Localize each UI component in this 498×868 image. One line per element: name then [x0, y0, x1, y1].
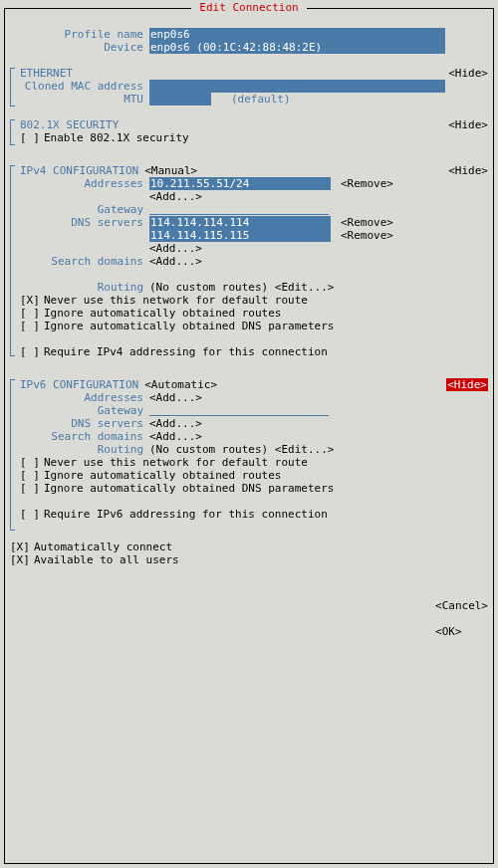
- ipv4-c3-label: Ignore automatically obtained DNS parame…: [44, 320, 334, 332]
- ipv6-gateway-label: Gateway: [10, 404, 149, 417]
- ipv4-addresses-label: Addresses: [10, 177, 149, 190]
- ipv6-routing-label: Routing: [10, 443, 149, 456]
- ipv6-hide-button[interactable]: <Hide>: [446, 378, 488, 391]
- ipv4-gateway-label: Gateway: [10, 203, 149, 216]
- ipv6-address-add-button[interactable]: <Add...>: [149, 391, 202, 404]
- ipv6-routing-edit-button[interactable]: <Edit...>: [275, 443, 335, 456]
- ipv6-dns-label: DNS servers: [10, 417, 149, 430]
- ipv4-search-add-button[interactable]: <Add...>: [149, 255, 202, 268]
- ipv6-c4-label: Require IPv6 addressing for this connect…: [44, 508, 328, 521]
- ipv4-routing-none: (No custom routes): [149, 281, 268, 294]
- profile-name-label: Profile name: [10, 28, 149, 41]
- ipv6-c2-checkbox[interactable]: [ ]: [20, 469, 44, 482]
- ipv6-dns-add-button[interactable]: <Add...>: [149, 417, 202, 430]
- ipv6-c1-checkbox[interactable]: [ ]: [20, 456, 44, 469]
- ipv4-gateway-input[interactable]: [149, 203, 329, 215]
- ipv6-gateway-input[interactable]: [149, 404, 329, 416]
- auto-connect-label: Automatically connect: [34, 541, 172, 553]
- cloned-mac-input[interactable]: [149, 80, 445, 93]
- ipv6-c1-label: Never use this network for default route: [44, 456, 308, 469]
- ethernet-hide-button[interactable]: <Hide>: [448, 67, 488, 80]
- ipv4-address-0-remove-button[interactable]: <Remove>: [341, 177, 393, 190]
- ipv4-c4-checkbox[interactable]: [ ]: [20, 345, 44, 358]
- ipv6-search-label: Search domains: [10, 430, 149, 443]
- 8021x-header: 802.1X SECURITY: [20, 118, 119, 131]
- 8021x-enable-checkbox[interactable]: [ ]: [20, 131, 44, 144]
- ipv6-c3-label: Ignore automatically obtained DNS parame…: [44, 482, 334, 495]
- ipv4-dns-add-button[interactable]: <Add...>: [149, 242, 202, 255]
- ipv6-c2-label: Ignore automatically obtained routes: [44, 469, 281, 482]
- ipv6-search-add-button[interactable]: <Add...>: [149, 430, 202, 443]
- ipv4-c1-checkbox[interactable]: [X]: [20, 294, 44, 307]
- 8021x-hide-button[interactable]: <Hide>: [448, 118, 488, 131]
- ipv4-dns-1-remove-button[interactable]: <Remove>: [341, 229, 393, 242]
- ipv6-mode-select[interactable]: <Automatic>: [144, 378, 217, 391]
- 8021x-enable-label: Enable 802.1X security: [44, 131, 189, 144]
- ipv4-header: IPv4 CONFIGURATION: [20, 164, 138, 177]
- ipv4-c2-checkbox[interactable]: [ ]: [20, 307, 44, 320]
- ethernet-header: ETHERNET: [20, 67, 73, 80]
- ipv4-search-label: Search domains: [10, 255, 149, 268]
- mtu-default-text: (default): [231, 93, 291, 106]
- window-title: Edit Connection: [191, 1, 306, 14]
- cancel-button[interactable]: <Cancel>: [435, 599, 488, 612]
- available-all-checkbox[interactable]: [X]: [10, 553, 34, 566]
- mtu-label: MTU: [10, 93, 149, 106]
- ipv4-c4-label: Require IPv4 addressing for this connect…: [44, 345, 328, 358]
- ipv4-dns-label: DNS servers: [10, 216, 149, 229]
- ipv4-hide-button[interactable]: <Hide>: [448, 164, 488, 177]
- ipv4-c2-label: Ignore automatically obtained routes: [44, 307, 281, 320]
- device-input[interactable]: enp0s6 (00:1C:42:88:48:2E): [149, 41, 445, 54]
- ipv4-c1-label: Never use this network for default route: [44, 294, 308, 307]
- ipv4-mode-select[interactable]: <Manual>: [144, 164, 197, 177]
- auto-connect-checkbox[interactable]: [X]: [10, 541, 34, 553]
- profile-name-input[interactable]: enp0s6: [149, 28, 445, 41]
- ipv4-dns-0-remove-button[interactable]: <Remove>: [341, 216, 393, 229]
- ipv6-c3-checkbox[interactable]: [ ]: [20, 482, 44, 495]
- ipv4-address-0-input[interactable]: 10.211.55.51/24: [149, 177, 331, 190]
- ipv4-dns-0-input[interactable]: 114.114.114.114: [149, 216, 331, 229]
- ipv4-dns-1-input[interactable]: 114.114.115.115: [149, 229, 331, 242]
- ipv6-routing-none: (No custom routes): [149, 443, 268, 456]
- available-all-label: Available to all users: [34, 553, 179, 566]
- ipv6-c4-checkbox[interactable]: [ ]: [20, 508, 44, 521]
- ipv4-routing-edit-button[interactable]: <Edit...>: [275, 281, 335, 294]
- ipv4-routing-label: Routing: [10, 281, 149, 294]
- ipv6-addresses-label: Addresses: [10, 391, 149, 404]
- mtu-input[interactable]: [149, 93, 211, 106]
- ipv4-address-add-button[interactable]: <Add...>: [149, 190, 202, 203]
- ipv4-c3-checkbox[interactable]: [ ]: [20, 320, 44, 332]
- cloned-mac-label: Cloned MAC address: [10, 80, 149, 93]
- device-label: Device: [10, 41, 149, 54]
- ok-button[interactable]: <OK>: [435, 625, 462, 638]
- ipv6-header: IPv6 CONFIGURATION: [20, 378, 138, 391]
